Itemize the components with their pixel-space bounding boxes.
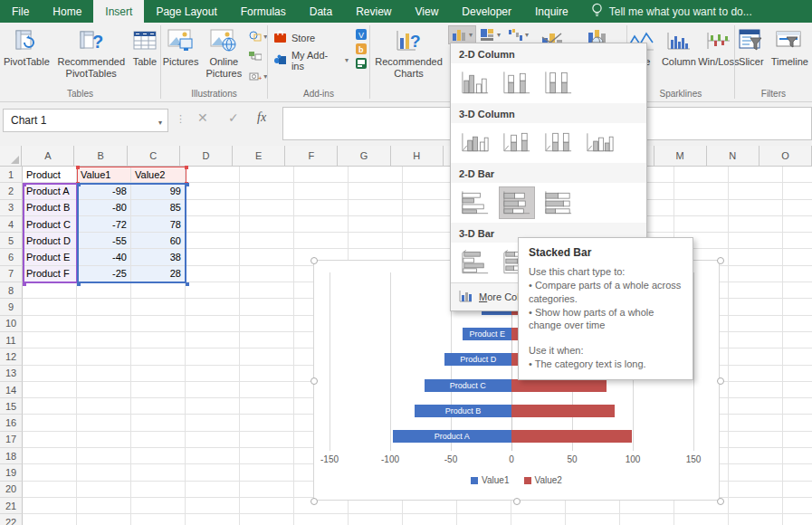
cell-N17[interactable]: [729, 432, 783, 448]
cell-G1[interactable]: [349, 167, 403, 183]
cell-E5[interactable]: [240, 233, 294, 249]
cell-C6[interactable]: 38: [131, 249, 186, 265]
row-header-15[interactable]: 15: [0, 398, 23, 415]
cell-O18[interactable]: [783, 448, 812, 464]
cell-C4[interactable]: 78: [131, 216, 186, 233]
my-addins-button[interactable]: My Add-ins ▾: [273, 50, 349, 72]
cell-E8[interactable]: [240, 282, 294, 299]
table-button[interactable]: Table: [129, 24, 160, 68]
cell-O14[interactable]: [783, 382, 812, 398]
online-pictures-button[interactable]: Online Pictures: [202, 24, 245, 80]
cell-O19[interactable]: [783, 464, 812, 481]
cell-H3[interactable]: [403, 200, 457, 216]
cell-D13[interactable]: [186, 366, 240, 382]
cell-E17[interactable]: [240, 432, 294, 448]
cell-H1[interactable]: [403, 167, 457, 183]
cell-B22[interactable]: [77, 514, 131, 525]
cell-D1[interactable]: [186, 167, 240, 183]
cell-N18[interactable]: [729, 448, 783, 464]
cell-B7[interactable]: -25: [77, 266, 131, 282]
cell-D5[interactable]: [186, 233, 240, 249]
chart-bar-value1[interactable]: Product B: [415, 405, 511, 417]
cell-B3[interactable]: -80: [77, 200, 131, 216]
cell-N10[interactable]: [729, 316, 783, 332]
visio-data-icon[interactable]: V: [356, 29, 368, 40]
cell-A22[interactable]: [23, 514, 77, 525]
cell-A14[interactable]: [23, 382, 77, 398]
row-header-19[interactable]: 19: [0, 464, 23, 481]
cell-G3[interactable]: [349, 200, 403, 216]
cell-M4[interactable]: [674, 216, 729, 233]
tab-insert[interactable]: Insert: [93, 0, 144, 23]
column-header-A[interactable]: A: [22, 146, 74, 167]
cell-O20[interactable]: [783, 482, 812, 498]
cell-H5[interactable]: [403, 233, 457, 249]
cell-C7[interactable]: 28: [131, 266, 186, 282]
cell-A4[interactable]: Product C: [23, 216, 77, 233]
row-header-22[interactable]: 22: [0, 514, 23, 525]
cell-C22[interactable]: [131, 514, 186, 525]
cell-E4[interactable]: [240, 216, 294, 233]
row-header-17[interactable]: 17: [0, 432, 23, 448]
cell-E20[interactable]: [240, 482, 294, 498]
name-box[interactable]: Chart 1 ▾: [3, 109, 168, 132]
cell-G5[interactable]: [349, 233, 403, 249]
cell-D20[interactable]: [186, 482, 240, 498]
cell-C8[interactable]: [131, 282, 186, 299]
menu-item-3d-100-stacked-column[interactable]: [541, 128, 576, 158]
cell-E10[interactable]: [240, 316, 294, 332]
cell-E19[interactable]: [240, 464, 294, 481]
cell-B10[interactable]: [77, 316, 131, 332]
cell-F4[interactable]: [294, 216, 349, 233]
column-header-G[interactable]: G: [338, 146, 390, 167]
cell-A19[interactable]: [23, 464, 77, 481]
menu-item-3d-clustered-bar[interactable]: [458, 247, 492, 278]
cell-C13[interactable]: [131, 366, 186, 382]
cell-D2[interactable]: [186, 183, 240, 199]
cell-E6[interactable]: [240, 249, 294, 265]
cell-E16[interactable]: [240, 415, 294, 431]
cell-E9[interactable]: [240, 299, 294, 315]
cell-N14[interactable]: [729, 382, 783, 398]
chart-selection-handle[interactable]: [513, 498, 521, 505]
cell-N3[interactable]: [729, 200, 783, 216]
cell-A16[interactable]: [23, 415, 77, 431]
chart-bar-value1[interactable]: Product E: [463, 328, 511, 340]
legend-item[interactable]: Value1: [471, 475, 509, 485]
cell-A17[interactable]: [23, 432, 77, 448]
enter-icon[interactable]: ✓: [228, 110, 239, 125]
column-header-F[interactable]: F: [285, 146, 338, 167]
cell-B6[interactable]: -40: [77, 249, 131, 265]
cell-N16[interactable]: [729, 415, 783, 431]
chart-selection-handle[interactable]: [310, 377, 318, 385]
cell-B13[interactable]: [77, 366, 131, 382]
cell-C21[interactable]: [131, 498, 186, 514]
cell-O21[interactable]: [783, 498, 812, 514]
cell-B9[interactable]: [77, 299, 131, 315]
cell-C1[interactable]: Value2: [131, 167, 186, 183]
cell-A10[interactable]: [23, 316, 77, 332]
cell-N11[interactable]: [729, 332, 783, 348]
menu-item-clustered-bar[interactable]: [458, 187, 492, 218]
cell-B1[interactable]: Value1: [77, 167, 131, 183]
cell-B2[interactable]: -98: [77, 183, 131, 199]
cell-N6[interactable]: [729, 249, 783, 265]
cell-B5[interactable]: -55: [77, 233, 131, 249]
cell-C19[interactable]: [131, 464, 186, 481]
cell-C17[interactable]: [131, 432, 186, 448]
cell-A2[interactable]: Product A: [23, 183, 77, 199]
row-header-3[interactable]: 3: [0, 200, 23, 216]
cell-B17[interactable]: [77, 432, 131, 448]
tab-page-layout[interactable]: Page Layout: [144, 0, 228, 23]
cell-D10[interactable]: [186, 316, 240, 332]
cell-D22[interactable]: [186, 514, 240, 525]
chart-bar-value2[interactable]: [511, 379, 607, 392]
cell-A6[interactable]: Product E: [23, 249, 77, 265]
cell-E11[interactable]: [240, 332, 294, 348]
cell-O13[interactable]: [783, 366, 812, 382]
menu-item-3d-clustered-column[interactable]: [458, 128, 492, 158]
row-header-7[interactable]: 7: [0, 266, 23, 282]
tab-data[interactable]: Data: [298, 0, 344, 23]
cell-B12[interactable]: [77, 348, 131, 365]
tell-me-box[interactable]: Tell me what you want to do...: [591, 0, 752, 23]
